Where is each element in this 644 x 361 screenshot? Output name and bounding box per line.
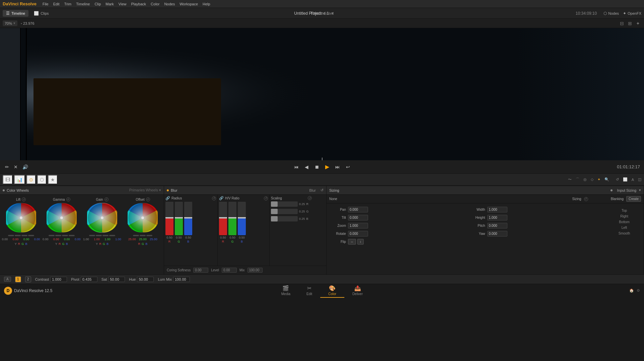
hv-track-g[interactable]	[228, 202, 236, 235]
offset-reset[interactable]: ↺	[146, 197, 150, 201]
rotate-input[interactable]	[348, 231, 368, 237]
gain-slider-b[interactable]	[109, 235, 115, 236]
view-btn-list[interactable]: ⊞	[627, 20, 633, 27]
zoom-input[interactable]	[348, 223, 368, 229]
view-btn-settings[interactable]: ✦	[635, 20, 641, 27]
gamma-reset[interactable]: ↺	[66, 197, 70, 201]
menu-color[interactable]: Color	[151, 2, 159, 6]
panel-btn-star[interactable]: ★	[48, 175, 58, 184]
scaling-reset[interactable]: ↺	[308, 196, 312, 200]
offset-slider-b[interactable]	[146, 235, 152, 236]
flip-v-btn[interactable]: ↕	[357, 239, 364, 245]
rewind-btn[interactable]: ◀	[304, 163, 309, 171]
radius-reset[interactable]: ↺	[212, 196, 216, 200]
timeline-dropdown[interactable]: ▾	[332, 11, 334, 15]
lift-slider-r[interactable]	[15, 235, 21, 236]
view-btn-grid[interactable]: ⊟	[619, 20, 625, 27]
play-btn[interactable]: ▶	[324, 163, 330, 171]
edit-mode-btn[interactable]: ✏	[4, 163, 10, 171]
nav-edit[interactable]: ✂ Edit	[298, 284, 320, 298]
scaling-bar-g[interactable]	[271, 209, 298, 214]
tilt-input[interactable]	[348, 215, 368, 220]
home-icon[interactable]: 🏠	[629, 288, 634, 293]
blur-reset[interactable]: ↺	[320, 188, 324, 192]
scaling-bar-b[interactable]	[271, 216, 298, 221]
nav-color[interactable]: 🎨 Color	[320, 284, 344, 298]
hv-reset[interactable]: ↺	[264, 196, 268, 200]
sizing-expand-icon[interactable]: ⬜	[623, 177, 628, 182]
a-button[interactable]: A	[4, 277, 11, 282]
num-2-btn[interactable]: 2	[25, 276, 31, 282]
sizing-type-icon[interactable]: A	[632, 178, 634, 182]
menu-timeline[interactable]: Timeline	[76, 2, 90, 6]
num-1-btn[interactable]: 1	[15, 276, 21, 282]
radius-track-g[interactable]	[175, 202, 183, 235]
contrast-input[interactable]	[50, 277, 67, 282]
flip-h-btn[interactable]: ↔	[348, 239, 356, 245]
menu-workspace[interactable]: Workspace	[180, 2, 198, 6]
lift-reset[interactable]: ↺	[22, 197, 26, 201]
lum-mix-input[interactable]	[173, 277, 190, 282]
menu-clip[interactable]: Clip	[94, 2, 101, 6]
level-input[interactable]	[222, 268, 237, 273]
tab-clips[interactable]: ⬜ Clips	[30, 10, 52, 17]
stop-btn[interactable]: ⏹	[313, 163, 320, 171]
radius-track-r[interactable]	[165, 202, 173, 235]
gamma-slider-y[interactable]	[49, 235, 55, 236]
pan-input[interactable]	[348, 207, 368, 212]
tab-timeline[interactable]: ☰ Timeline	[3, 10, 28, 17]
yaw-input[interactable]	[487, 231, 507, 237]
nav-deliver[interactable]: 📤 Deliver	[344, 284, 371, 298]
sat-input[interactable]	[108, 277, 125, 282]
settings-icon[interactable]: ⚙	[637, 288, 640, 293]
radius-track-b[interactable]	[184, 202, 192, 235]
hv-track-b[interactable]	[238, 202, 246, 235]
gamma-wheel[interactable]	[47, 203, 77, 233]
gain-wheel[interactable]	[87, 203, 117, 233]
panel-ring-btn[interactable]: ◎	[583, 177, 587, 182]
menu-trim[interactable]: Trim	[64, 2, 72, 6]
height-input[interactable]	[487, 215, 507, 220]
pivot-input[interactable]	[81, 277, 97, 282]
menu-view[interactable]: View	[119, 2, 127, 6]
menu-help[interactable]: Help	[203, 2, 210, 6]
go-to-start-btn[interactable]: ⏮	[293, 163, 300, 171]
panel-diamond-btn[interactable]: ◇	[591, 177, 593, 182]
menu-edit[interactable]: Edit	[53, 2, 60, 6]
gamma-slider-b[interactable]	[69, 235, 75, 236]
panel-btn-curves[interactable]: 📊	[14, 175, 25, 184]
hue-input[interactable]	[137, 277, 154, 282]
panel-btn-wheels[interactable]: ⊙	[26, 175, 36, 184]
offset-slider-g[interactable]	[140, 235, 146, 236]
nodes-button[interactable]: ⬡ Nodes	[603, 11, 619, 16]
lift-slider-g[interactable]	[21, 235, 27, 236]
panel-btn-hue[interactable]: ⬡	[37, 175, 47, 184]
sizing-sub-reset[interactable]: ↺	[584, 197, 588, 201]
gamma-slider-g[interactable]	[62, 235, 68, 236]
pitch-input[interactable]	[487, 223, 507, 229]
coring-input[interactable]	[193, 268, 208, 273]
openfx-button[interactable]: ✦ OpenFX	[623, 11, 641, 16]
hv-track-r[interactable]	[219, 202, 227, 235]
sizing-refresh-icon[interactable]: ↺	[616, 177, 619, 182]
mix-input[interactable]	[247, 268, 263, 273]
lift-slider-y[interactable]	[8, 235, 14, 236]
panel-node-btn[interactable]: ⌒	[576, 177, 579, 182]
blur-menu[interactable]: Blur	[309, 188, 316, 192]
scaling-bar-r[interactable]	[271, 201, 298, 207]
offset-wheel[interactable]	[128, 203, 158, 233]
create-button[interactable]: Create	[626, 196, 641, 202]
loop-btn[interactable]: ↩	[345, 163, 351, 171]
menu-nodes[interactable]: Nodes	[164, 2, 175, 6]
nav-media[interactable]: 🎬 Media	[273, 284, 298, 298]
panel-btn-lut[interactable]: 🎞	[3, 175, 13, 184]
gain-slider-g[interactable]	[102, 235, 109, 236]
fast-forward-btn[interactable]: ⏭	[334, 163, 341, 171]
audio-btn[interactable]: 🔊	[21, 163, 29, 171]
offset-slider-r[interactable]	[133, 235, 139, 236]
panel-search-btn[interactable]: 🔍	[604, 177, 609, 182]
menu-playback[interactable]: Playback	[131, 2, 146, 6]
primaries-menu[interactable]: Primaries Wheels ▾	[129, 188, 161, 192]
lift-slider-b[interactable]	[28, 235, 34, 236]
gain-reset[interactable]: ↺	[104, 197, 109, 201]
